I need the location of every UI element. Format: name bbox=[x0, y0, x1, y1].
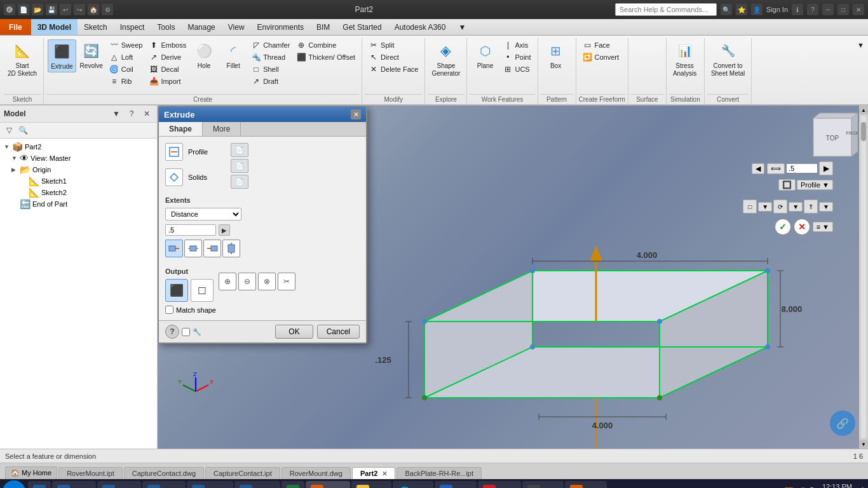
coil-button[interactable]: 🌀 Coil bbox=[107, 64, 146, 75]
split-button[interactable]: ✂ Split bbox=[366, 39, 421, 51]
join-btn-1[interactable]: ⊕ bbox=[219, 273, 236, 290]
direct-button[interactable]: ↖ Direct bbox=[366, 51, 421, 63]
tab-capturecontact-dwg[interactable]: CaptureContact.dwg bbox=[124, 467, 204, 479]
help-icon[interactable]: ? bbox=[807, 4, 818, 15]
search-icon[interactable]: 🔍 bbox=[721, 4, 732, 15]
taskbar-files-btn[interactable]: 📁 Do... bbox=[351, 481, 391, 488]
open-btn[interactable]: 📂 bbox=[32, 4, 43, 15]
direction-btn-1[interactable] bbox=[165, 240, 183, 257]
taskbar-ie-btn[interactable]: e bbox=[28, 481, 51, 488]
chamfer-button[interactable]: ◸ Chamfer bbox=[248, 39, 292, 51]
star-icon[interactable]: ⭐ bbox=[736, 4, 747, 15]
panel-expand-icon[interactable]: ▼ bbox=[110, 107, 123, 120]
solids-selector-icon[interactable] bbox=[165, 168, 183, 186]
menu-getstarted[interactable]: Get Started bbox=[336, 19, 388, 35]
extrude-button[interactable]: ⬛ Extrude bbox=[48, 39, 76, 72]
menu-tools[interactable]: Tools bbox=[151, 19, 181, 35]
menu-3dmodel[interactable]: 3D Model bbox=[31, 19, 78, 35]
extrude-dialog-title[interactable]: Extrude ✕ bbox=[159, 107, 366, 122]
panel-question-icon[interactable]: ? bbox=[125, 107, 138, 120]
viewport[interactable]: Extrude ✕ Shape More bbox=[158, 105, 868, 449]
menu-file[interactable]: File bbox=[0, 19, 31, 35]
save-btn[interactable]: 💾 bbox=[46, 4, 57, 15]
ribbon-expand-btn[interactable]: ▼ bbox=[855, 41, 867, 50]
output-icon-3[interactable]: 📄 bbox=[231, 175, 248, 189]
ucs-button[interactable]: ⊞ UCS bbox=[500, 64, 533, 75]
user-icon[interactable]: 👤 bbox=[751, 4, 763, 15]
sweep-button[interactable]: 〰 Sweep bbox=[107, 39, 146, 51]
combine-button[interactable]: ⊕ Combine bbox=[294, 39, 358, 51]
scroll-thumb[interactable] bbox=[861, 122, 866, 141]
menu-environments[interactable]: Environments bbox=[251, 19, 310, 35]
rib-button[interactable]: ≡ Rib bbox=[107, 76, 146, 87]
menu-view[interactable]: View bbox=[222, 19, 251, 35]
vp-profile-icon[interactable]: 🔲 bbox=[778, 179, 796, 191]
stress-analysis-button[interactable]: 📊 StressAnalysis bbox=[670, 39, 699, 79]
dialog-checkbox[interactable] bbox=[182, 328, 190, 336]
search-tree-icon[interactable]: 🔍 bbox=[17, 124, 29, 137]
convert-sheet-metal-button[interactable]: 🔧 Convert toSheet Metal bbox=[709, 39, 747, 79]
join-btn-2[interactable]: ⊖ bbox=[238, 273, 256, 290]
taskbar-drive-btn[interactable]: ▲ driv... bbox=[435, 481, 477, 488]
taskbar-word4-btn[interactable]: W ElSo... bbox=[187, 481, 233, 488]
profile-selector-icon[interactable] bbox=[165, 143, 183, 161]
tree-toggle-view[interactable]: ▼ bbox=[11, 155, 18, 161]
new-btn[interactable]: 📄 bbox=[18, 4, 29, 15]
axis-button[interactable]: | Axis bbox=[500, 39, 533, 51]
sign-in-label[interactable]: Sign In bbox=[766, 6, 788, 13]
vertical-scrollbar[interactable]: ▲ ▼ bbox=[859, 105, 868, 449]
share-btn[interactable]: 🔗 bbox=[830, 410, 855, 436]
draft-button[interactable]: ↗ Draft bbox=[248, 76, 292, 87]
point-button[interactable]: • Point bbox=[500, 51, 533, 63]
fillet-button[interactable]: ◜ Fillet bbox=[219, 39, 247, 71]
match-shape-checkbox[interactable] bbox=[165, 306, 173, 314]
tab-close-part2[interactable]: ✕ bbox=[382, 470, 387, 477]
import-button[interactable]: 📥 Import bbox=[146, 76, 189, 87]
tab-rovermount-dwg[interactable]: RoverMount.dwg bbox=[281, 467, 351, 479]
shape-generator-button[interactable]: ◈ ShapeGenerator bbox=[429, 39, 463, 79]
taskbar-word5-btn[interactable]: W ElSo... bbox=[234, 481, 280, 488]
vp-arrow-left-btn[interactable]: ◀ bbox=[752, 163, 764, 174]
taskbar-excel-btn[interactable]: X bbox=[281, 481, 304, 488]
undo-btn[interactable]: ↩ bbox=[60, 4, 71, 15]
search-input[interactable] bbox=[615, 3, 717, 16]
info-icon[interactable]: ℹ bbox=[792, 4, 803, 15]
scroll-down-btn[interactable]: ▼ bbox=[859, 440, 868, 449]
emboss-button[interactable]: ⬆ Emboss bbox=[146, 39, 189, 51]
taskbar-xo-btn[interactable]: X XO... bbox=[522, 481, 564, 488]
taskbar-clock[interactable]: 12:13 PM 5/25/2017 bbox=[821, 482, 852, 488]
dialog-tab-more[interactable]: More bbox=[203, 122, 241, 136]
tree-item-part2[interactable]: ▼ 📦 Part2 bbox=[3, 141, 154, 152]
join-btn-4[interactable]: ✂ bbox=[278, 273, 295, 290]
scroll-track[interactable] bbox=[861, 116, 866, 438]
distance-input[interactable] bbox=[165, 224, 216, 236]
vp-apply-btn[interactable]: ▶ bbox=[819, 161, 833, 175]
revolve-button[interactable]: 🔄 Revolve bbox=[78, 39, 105, 71]
view-cube[interactable]: TOP FRONT bbox=[807, 112, 858, 163]
taskbar-word3-btn[interactable]: W Eng... bbox=[142, 481, 186, 488]
face-button[interactable]: ▭ Face bbox=[580, 39, 622, 51]
tab-capturecontact-ipt[interactable]: CaptureContact.ipt bbox=[205, 467, 280, 479]
output-icon-1[interactable]: 📄 bbox=[231, 143, 248, 157]
extrude-close-btn[interactable]: ✕ bbox=[351, 109, 361, 119]
delete-face-button[interactable]: ✕ Delete Face bbox=[366, 64, 421, 75]
minimize-btn[interactable]: ─ bbox=[822, 4, 834, 15]
direction-btn-2[interactable] bbox=[184, 240, 202, 257]
direction-btn-3[interactable] bbox=[203, 240, 221, 257]
taskbar-chrome-btn[interactable]: 🌐 Co... bbox=[393, 481, 433, 488]
thread-button[interactable]: 🔩 Thread bbox=[248, 51, 292, 63]
taskbar-word1-btn[interactable]: W Eng... bbox=[52, 481, 96, 488]
tab-part2[interactable]: Part2 ✕ bbox=[352, 467, 396, 479]
tree-item-sketch1[interactable]: 📐 Sketch1 bbox=[3, 175, 154, 187]
decal-button[interactable]: 🖼 Decal bbox=[146, 64, 189, 75]
vp-value-input[interactable] bbox=[786, 163, 818, 173]
plane-button[interactable]: ⬡ Plane bbox=[471, 39, 499, 71]
menu-expand[interactable]: ▼ bbox=[452, 19, 472, 35]
tab-myhome[interactable]: 🏠 My Home bbox=[5, 466, 57, 479]
start-button[interactable]: ⊞ bbox=[3, 480, 25, 488]
vp-arrow-right-btn[interactable]: ⟺ bbox=[767, 163, 785, 174]
menu-manage[interactable]: Manage bbox=[181, 19, 221, 35]
hole-button[interactable]: ⚪ Hole bbox=[190, 39, 218, 71]
taskbar-inventor-btn[interactable]: I Inve... bbox=[306, 481, 350, 488]
menu-bim[interactable]: BIM bbox=[310, 19, 336, 35]
